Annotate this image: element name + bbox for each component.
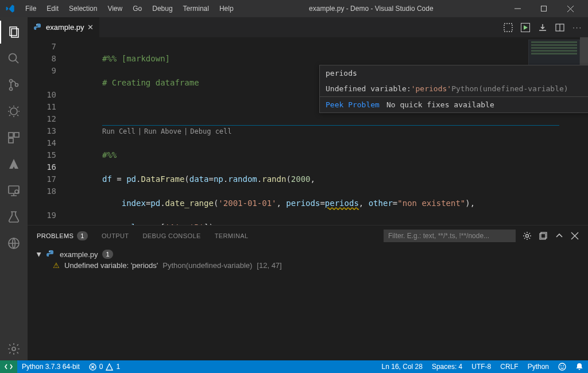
debug-icon[interactable] [0,100,28,123]
status-eol[interactable]: CRLF [496,360,523,373]
svg-point-26 [563,366,564,367]
live-share-icon[interactable] [0,232,28,255]
filter-settings-icon[interactable] [523,231,532,240]
svg-point-12 [15,190,18,193]
status-feedback-icon[interactable] [554,360,571,373]
download-icon[interactable] [538,23,547,32]
menu-bar: File Edit Selection View Go Debug Termin… [21,2,238,15]
problems-file-row[interactable]: ▶ example.py 1 [37,248,579,260]
problem-message: Undefined variable: 'periods' [64,261,158,270]
problem-source: Python(undefined-variable) [163,261,252,270]
title-bar: File Edit Selection View Go Debug Termin… [0,0,588,17]
problems-filter-input[interactable] [384,230,516,242]
line-gutter: 7 8 9 10 11 12 13 14 15 16 17 18 19 [28,37,68,225]
svg-rect-10 [9,138,13,143]
python-file-icon [33,23,42,32]
problems-filename: example.py [60,250,98,259]
remote-explorer-icon[interactable] [0,179,28,202]
problem-location: [12, 47] [257,261,281,270]
run-file-icon[interactable] [521,23,530,32]
problems-file-count: 1 [102,250,113,259]
chevron-down-icon: ▶ [36,252,42,257]
svg-point-25 [560,366,562,367]
source-control-icon[interactable] [0,73,28,96]
menu-selection[interactable]: Selection [64,2,102,15]
split-editor-icon[interactable] [555,23,564,32]
panel-close-icon[interactable] [571,232,579,240]
bottom-panel: PROBLEMS1 OUTPUT DEBUG CONSOLE TERMINAL … [28,225,588,360]
maximize-button[interactable] [531,0,557,17]
tab-problems[interactable]: PROBLEMS1 [37,231,88,240]
tab-close-icon[interactable]: ✕ [87,23,94,32]
svg-point-15 [36,24,37,25]
vscode-logo-icon [5,4,21,13]
no-quick-fixes-label: No quick fixes available [386,100,494,109]
window-title: example.py - Demo - Visual Studio Code [238,5,504,13]
svg-rect-0 [541,6,546,11]
tab-filename: example.py [46,23,84,32]
editor-tab[interactable]: example.py ✕ [28,17,100,37]
svg-point-4 [10,80,13,83]
collapse-all-icon[interactable] [539,231,548,240]
svg-rect-16 [504,24,512,32]
editor[interactable]: 7 8 9 10 11 12 13 14 15 16 17 18 19 #%% … [28,37,588,225]
settings-gear-icon[interactable] [0,337,28,360]
status-indentation[interactable]: Spaces: 4 [427,360,467,373]
tab-output[interactable]: OUTPUT [102,232,129,239]
tab-terminal[interactable]: TERMINAL [215,232,249,239]
svg-point-14 [12,347,16,351]
svg-point-19 [526,235,529,238]
test-icon[interactable] [0,205,28,228]
search-icon[interactable] [0,47,28,70]
menu-go[interactable]: Go [128,2,146,15]
run-cell-icon[interactable] [504,23,513,32]
menu-edit[interactable]: Edit [42,2,63,15]
minimize-button[interactable] [504,0,531,17]
status-problems[interactable]: 0 1 [84,360,125,373]
problem-item[interactable]: ⚠ Undefined variable: 'periods' Python(u… [37,260,579,271]
azure-icon[interactable] [0,153,28,176]
menu-file[interactable]: File [21,2,41,15]
warning-icon: ⚠ [53,261,60,270]
code-lens[interactable]: Run Cell|Run Above|Debug cell [102,125,559,137]
editor-tab-bar: example.py ✕ ··· [28,17,588,37]
explorer-icon[interactable] [0,21,28,44]
svg-point-5 [10,88,13,91]
menu-view[interactable]: View [103,2,127,15]
hover-message: Undefined variable: 'periods' Python(und… [320,81,588,96]
tab-debug-console[interactable]: DEBUG CONSOLE [143,232,201,239]
status-bar: Python 3.7.3 64-bit 0 1 Ln 16, Col 28 Sp… [0,360,588,373]
status-python-version[interactable]: Python 3.7.3 64-bit [17,360,84,373]
menu-terminal[interactable]: Terminal [179,2,214,15]
panel-maximize-icon[interactable] [555,231,564,240]
peek-problem-link[interactable]: Peek Problem [326,100,380,109]
svg-point-3 [9,54,17,61]
hover-title: periods [320,65,588,81]
more-actions-icon[interactable]: ··· [572,23,582,32]
svg-point-24 [559,363,566,370]
status-cursor-position[interactable]: Ln 16, Col 28 [377,360,427,373]
status-language[interactable]: Python [523,360,554,373]
remote-indicator[interactable] [0,360,17,373]
svg-rect-9 [14,133,19,137]
extensions-icon[interactable] [0,126,28,149]
status-notifications-icon[interactable] [571,360,588,373]
close-button[interactable] [557,0,583,17]
python-file-icon [46,250,55,259]
svg-point-7 [10,108,17,115]
activity-bar [0,17,28,360]
svg-point-6 [16,84,18,87]
status-encoding[interactable]: UTF-8 [467,360,496,373]
hover-diagnostic-widget: periods Undefined variable: 'periods' Py… [319,65,588,113]
svg-point-22 [49,251,49,251]
menu-help[interactable]: Help [215,2,238,15]
menu-debug[interactable]: Debug [148,2,177,15]
svg-rect-8 [9,133,13,137]
